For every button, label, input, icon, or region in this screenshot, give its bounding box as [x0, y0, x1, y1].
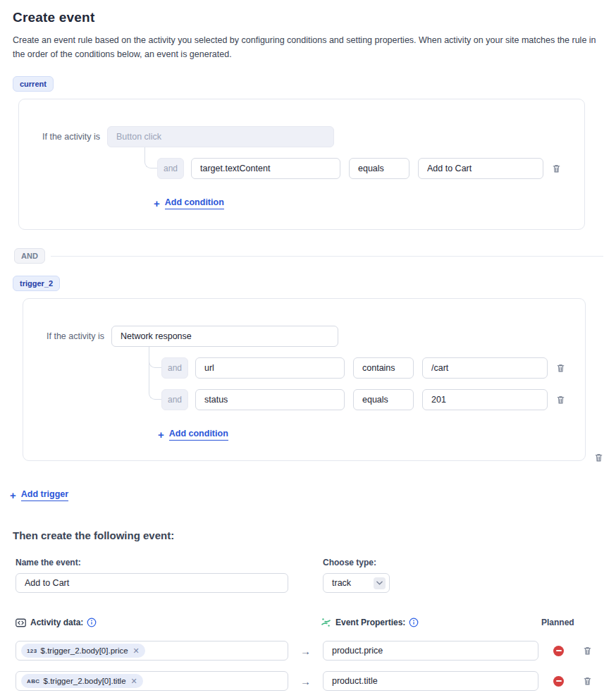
activity-row: If the activity is [23, 326, 585, 347]
delete-condition-button[interactable] [550, 162, 562, 175]
create-event-page: Create event Create an event rule based … [0, 0, 616, 700]
trigger-card-2: If the activity is and and [23, 298, 586, 461]
trash-icon [583, 676, 592, 686]
activity-input[interactable] [111, 326, 338, 347]
event-properties-label: Event Properties: [335, 618, 405, 627]
event-type-select[interactable]: track [323, 573, 390, 593]
planned-column-label: Planned [541, 618, 574, 627]
event-name-input[interactable] [16, 573, 288, 593]
event-name-group: Name the event: [16, 558, 288, 593]
divider-line [51, 256, 603, 257]
delete-trigger-button[interactable] [593, 451, 605, 464]
plus-icon: + [158, 429, 164, 440]
condition-field-input[interactable] [191, 158, 340, 179]
close-icon[interactable]: ✕ [133, 647, 140, 655]
trigger-badge-current: current [13, 76, 54, 92]
condition-row: and [19, 158, 584, 179]
condition-operator-input[interactable] [353, 389, 414, 410]
source-path-pill: ABC $.trigger_2.body[0].title ✕ [21, 674, 143, 688]
joiner-chip: and [157, 158, 184, 179]
chevron-down-icon [374, 577, 386, 589]
condition-operator-input[interactable] [349, 158, 409, 179]
event-type-label: Choose type: [323, 558, 390, 567]
condition-value-input[interactable] [422, 357, 548, 379]
condition-row: and [23, 357, 585, 379]
trash-icon [556, 395, 565, 405]
event-type-group: Choose type: track [323, 558, 390, 593]
condition-field-input[interactable] [195, 389, 345, 410]
add-condition-link[interactable]: + Add condition [23, 429, 585, 441]
event-type-value: track [332, 578, 374, 588]
page-description: Create an event rule based on the activi… [13, 33, 603, 61]
add-trigger-label: Add trigger [21, 489, 68, 501]
page-title: Create event [13, 10, 603, 25]
plus-icon: + [10, 490, 16, 501]
info-icon[interactable] [409, 618, 419, 627]
delete-mapping-button[interactable] [581, 644, 593, 657]
source-path-text: $.trigger_2.body[0].title [44, 677, 126, 685]
number-type-tag: 123 [27, 648, 37, 654]
add-condition-link[interactable]: + Add condition [19, 197, 584, 209]
and-divider: AND [14, 248, 603, 264]
trash-icon [583, 646, 592, 656]
and-pill: AND [14, 248, 45, 264]
activity-label: If the activity is [47, 331, 111, 341]
condition-value-input[interactable] [418, 158, 543, 179]
activity-data-header: Activity data: [16, 618, 321, 627]
activity-row: If the activity is [19, 126, 584, 147]
activity-input[interactable] [107, 126, 334, 147]
add-trigger-link[interactable]: + Add trigger [10, 489, 603, 501]
trash-icon [594, 453, 603, 462]
string-type-tag: ABC [27, 678, 40, 684]
mapping-source-input[interactable]: 123 $.trigger_2.body[0].price ✕ [16, 641, 288, 661]
add-condition-label: Add condition [165, 197, 224, 209]
activity-data-label: Activity data: [30, 618, 83, 627]
minus-circle-icon[interactable] [553, 646, 564, 656]
event-properties-header: Event Properties: [321, 617, 541, 628]
trigger-badge-2: trigger_2 [13, 276, 60, 291]
delete-condition-button[interactable] [555, 362, 567, 374]
mapping-target-input[interactable] [323, 641, 538, 661]
trigger-2-wrapper: If the activity is and and [13, 298, 586, 461]
mapping-row: ABC $.trigger_2.body[0].title ✕ → [16, 671, 603, 691]
plus-icon: + [154, 198, 160, 209]
source-path-pill: 123 $.trigger_2.body[0].price ✕ [21, 644, 145, 658]
trigger-card-1: If the activity is and + Add condition [18, 99, 585, 230]
trash-icon [552, 164, 561, 173]
delete-mapping-button[interactable] [581, 675, 593, 687]
delete-condition-button[interactable] [555, 393, 567, 406]
source-path-text: $.trigger_2.body[0].price [41, 646, 128, 655]
name-type-row: Name the event: Choose type: track [16, 558, 603, 593]
close-icon[interactable]: ✕ [131, 677, 137, 685]
mapping-source-input[interactable]: ABC $.trigger_2.body[0].title ✕ [16, 671, 288, 691]
arrow-right-icon: → [288, 645, 323, 657]
condition-value-input[interactable] [422, 389, 548, 410]
minus-circle-icon[interactable] [553, 676, 564, 687]
condition-row: and [23, 389, 585, 410]
activity-label: If the activity is [42, 132, 107, 142]
event-name-label: Name the event: [16, 558, 288, 567]
joiner-chip: and [161, 357, 188, 379]
joiner-chip: and [161, 389, 188, 410]
condition-connector [149, 347, 161, 400]
event-section-heading: Then create the following event: [13, 529, 603, 541]
trash-icon [556, 363, 565, 373]
arrow-right-icon: → [288, 675, 323, 687]
condition-field-input[interactable] [195, 357, 345, 379]
add-condition-label: Add condition [169, 429, 228, 441]
mapping-header-row: Activity data: Event Properties: [16, 617, 603, 628]
info-icon[interactable] [87, 618, 97, 627]
mapping-row: 123 $.trigger_2.body[0].price ✕ → [16, 641, 603, 661]
condition-operator-input[interactable] [353, 357, 414, 379]
segment-icon [321, 617, 331, 628]
condition-connector [144, 147, 157, 168]
event-form: Name the event: Choose type: track [13, 558, 603, 700]
code-icon [16, 618, 26, 627]
mapping-target-input[interactable] [323, 671, 538, 691]
